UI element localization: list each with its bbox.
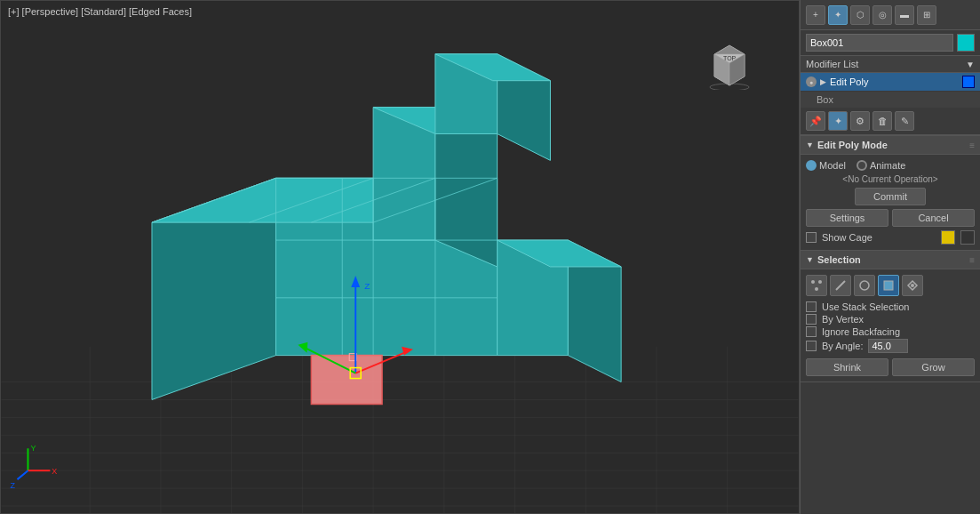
utilities-tab-btn[interactable]: ⊞ — [917, 5, 936, 25]
show-cage-label: Show Cage — [822, 232, 936, 243]
mod-name-edit-poly: Edit Poly — [830, 76, 959, 87]
delete-stack-btn[interactable]: 🗑 — [872, 111, 892, 131]
selection-mode-icons — [806, 275, 975, 296]
by-vertex-checkbox[interactable] — [806, 314, 817, 325]
svg-point-67 — [860, 281, 869, 290]
ignore-backfacing-row: Ignore Backfacing — [806, 326, 975, 337]
by-angle-row: By Angle: — [806, 339, 975, 353]
by-angle-input[interactable] — [868, 339, 908, 353]
svg-text:Y: Y — [30, 444, 36, 453]
svg-point-70 — [911, 284, 914, 287]
selection-collapse-arrow: ▼ — [806, 255, 814, 264]
object-name-row — [801, 30, 980, 56]
animate-radio-label: Animate — [870, 160, 905, 171]
show-cage-row: Show Cage — [806, 230, 975, 245]
mode-radio-row: Model Animate — [806, 160, 975, 171]
display-tab-btn[interactable]: ▬ — [895, 5, 914, 25]
element-sel-icon[interactable] — [902, 275, 923, 296]
hierarchy-tab-btn[interactable]: ⬡ — [850, 5, 870, 25]
edit-poly-mode-header[interactable]: ▼ Edit Poly Mode ≡ — [801, 136, 980, 155]
main-object — [152, 54, 621, 405]
nav-cube[interactable]: TOP — [705, 41, 754, 90]
svg-line-55 — [17, 470, 28, 479]
modifier-section: Modifier List ▼ ● ▶ Edit Poly Box 📌 ✦ ⚙ … — [801, 56, 980, 136]
selection-title: Selection — [817, 254, 969, 265]
model-radio-item[interactable]: Model — [806, 160, 846, 171]
svg-text:Z: Z — [364, 281, 370, 291]
scene-svg: Z Y X Z — [1, 1, 799, 513]
object-color-swatch[interactable] — [957, 34, 975, 52]
mod-expand-arrow[interactable]: ▶ — [820, 77, 826, 86]
grow-button[interactable]: Grow — [892, 358, 975, 376]
edit-poly-collapse-arrow: ▼ — [806, 141, 814, 149]
by-angle-label: By Angle: — [822, 341, 863, 351]
active-stack-btn[interactable]: ✦ — [828, 111, 848, 131]
ignore-backfacing-label: Ignore Backfacing — [822, 326, 900, 337]
model-radio-label: Model — [819, 160, 846, 171]
mod-visibility-eye[interactable]: ● — [806, 76, 817, 87]
border-sel-icon[interactable] — [854, 275, 875, 296]
use-stack-selection-row: Use Stack Selection — [806, 301, 975, 312]
modifier-box[interactable]: Box — [801, 92, 980, 108]
ignore-backfacing-checkbox[interactable] — [806, 326, 817, 337]
polygon-sel-icon[interactable] — [878, 275, 899, 296]
edge-sel-icon[interactable] — [830, 275, 851, 296]
create-tab-btn[interactable]: + — [806, 5, 825, 25]
animate-radio-circle[interactable] — [857, 160, 867, 171]
cage-color2-swatch[interactable] — [960, 230, 975, 245]
cancel-button[interactable]: Cancel — [892, 209, 975, 227]
right-panel: + ✦ ⬡ ◎ ▬ ⊞ Modifier List ▼ ● ▶ Edit Pol… — [800, 0, 980, 514]
selection-header[interactable]: ▼ Selection ≡ — [801, 251, 980, 269]
animate-radio-item[interactable]: Animate — [857, 160, 905, 171]
svg-point-63 — [811, 280, 815, 284]
stack-buttons: 📌 ✦ ⚙ 🗑 ✎ — [801, 108, 980, 135]
config-stack-btn[interactable]: ⚙ — [850, 111, 870, 131]
viewport-label: [+] [Perspective] [Standard] [Edged Face… — [8, 6, 192, 17]
show-cage-checkbox[interactable] — [806, 232, 817, 243]
by-vertex-label: By Vertex — [822, 314, 864, 325]
modify-tab-btn[interactable]: ✦ — [828, 5, 848, 25]
edit-stack-btn[interactable]: ✎ — [895, 111, 914, 131]
object-name-input[interactable] — [806, 34, 953, 52]
selection-grip: ≡ — [969, 255, 975, 265]
edit-poly-mode-content: Model Animate <No Current Operation> Com… — [801, 155, 980, 251]
svg-text:TOP: TOP — [723, 55, 737, 61]
settings-cancel-row: Settings Cancel — [806, 209, 975, 227]
svg-point-64 — [818, 280, 822, 284]
use-stack-selection-checkbox[interactable] — [806, 301, 817, 312]
current-operation-label: <No Current Operation> — [806, 174, 975, 184]
viewport[interactable]: [+] [Perspective] [Standard] [Edged Face… — [0, 0, 800, 514]
motion-tab-btn[interactable]: ◎ — [872, 5, 892, 25]
commit-button[interactable]: Commit — [855, 188, 926, 205]
pin-stack-btn[interactable]: 📌 — [806, 111, 825, 131]
vertex-sel-icon[interactable] — [806, 275, 827, 296]
modifier-dropdown-arrow[interactable]: ▼ — [966, 60, 975, 69]
svg-text:Z: Z — [11, 481, 16, 490]
edit-poly-grip: ≡ — [969, 141, 975, 150]
svg-point-65 — [815, 287, 818, 291]
top-toolbar: + ✦ ⬡ ◎ ▬ ⊞ — [801, 0, 980, 30]
selection-content: Use Stack Selection By Vertex Ignore Bac… — [801, 269, 980, 382]
edit-poly-mode-title: Edit Poly Mode — [817, 140, 969, 150]
settings-button[interactable]: Settings — [806, 209, 888, 227]
model-radio-circle[interactable] — [806, 160, 817, 171]
svg-line-66 — [836, 281, 845, 290]
svg-rect-68 — [884, 281, 893, 290]
svg-marker-41 — [311, 356, 382, 405]
by-vertex-row: By Vertex — [806, 314, 975, 325]
shrink-button[interactable]: Shrink — [806, 358, 888, 376]
shrink-grow-row: Shrink Grow — [806, 358, 975, 376]
modifier-list-header: Modifier List ▼ — [801, 56, 980, 73]
use-stack-selection-label: Use Stack Selection — [822, 301, 909, 312]
axis-indicator: Y X Z — [11, 444, 58, 490]
by-angle-checkbox[interactable] — [806, 341, 817, 351]
modifier-list-label: Modifier List — [806, 59, 966, 69]
svg-text:X: X — [52, 467, 57, 476]
modifier-edit-poly[interactable]: ● ▶ Edit Poly — [801, 73, 980, 92]
mod-color-swatch — [962, 76, 975, 88]
cage-color1-swatch[interactable] — [941, 230, 955, 245]
